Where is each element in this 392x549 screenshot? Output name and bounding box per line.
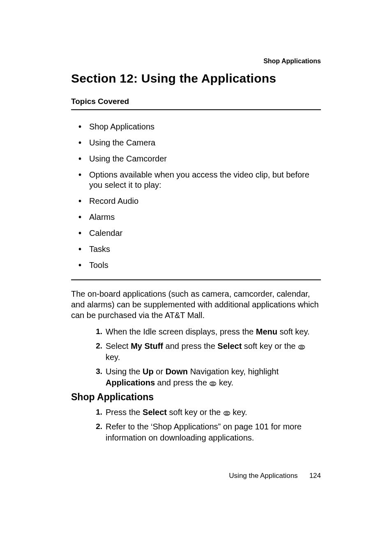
- svg-point-3: [212, 383, 214, 384]
- sub-heading: Shop Applications: [71, 392, 321, 403]
- intro-paragraph: The on-board applications (such as camer…: [71, 288, 321, 321]
- step-item: Using the Up or Down Navigation key, hig…: [106, 366, 321, 388]
- step-text: Using the: [106, 367, 143, 376]
- bold-label: Down: [166, 367, 188, 376]
- nav-key-icon: [209, 378, 217, 384]
- header-topic-label: Shop Applications: [71, 58, 321, 65]
- step-text: soft key or the: [167, 408, 223, 417]
- step-text: or: [154, 367, 166, 376]
- step-item: When the Idle screen displays, press the…: [106, 326, 321, 337]
- bold-label: My Stuff: [131, 341, 163, 351]
- bold-label: Select: [143, 408, 167, 417]
- divider-top: [71, 109, 321, 110]
- svg-point-1: [300, 346, 303, 348]
- nav-key-icon: [223, 408, 231, 413]
- nav-key-icon: [298, 341, 305, 347]
- main-steps: When the Idle screen displays, press the…: [71, 326, 321, 388]
- step-text: Refer to the ‘Shop Applications” on page…: [106, 422, 302, 442]
- list-item: Record Audio: [74, 196, 321, 206]
- svg-point-5: [226, 413, 228, 414]
- footer-chapter: Using the Applications: [229, 472, 297, 480]
- step-text: key.: [106, 353, 120, 362]
- list-item: Tasks: [74, 244, 321, 254]
- page-footer: Using the Applications124: [229, 472, 321, 480]
- section-title: Section 12: Using the Applications: [71, 72, 321, 85]
- list-item: Shop Applications: [74, 122, 321, 132]
- step-text: soft key.: [277, 327, 310, 336]
- list-item: Using the Camcorder: [74, 154, 321, 164]
- step-text: key.: [217, 378, 233, 387]
- bold-label: Up: [143, 367, 154, 376]
- divider-bottom: [71, 279, 321, 280]
- topics-covered-heading: Topics Covered: [71, 97, 321, 106]
- topics-list: Shop Applications Using the Camera Using…: [74, 122, 321, 270]
- list-item: Calendar: [74, 228, 321, 238]
- list-item: Using the Camera: [74, 138, 321, 148]
- step-item: Press the Select soft key or the key.: [106, 407, 321, 418]
- step-text: and press the: [155, 378, 209, 387]
- bold-label: Select: [217, 341, 242, 351]
- page: Shop Applications Section 12: Using the …: [0, 0, 392, 549]
- step-text: Select: [106, 341, 131, 351]
- step-text: key.: [231, 408, 247, 417]
- footer-page-number: 124: [309, 472, 321, 480]
- step-text: and press the: [163, 341, 217, 351]
- sub-steps: Press the Select soft key or the key. Re…: [71, 407, 321, 443]
- step-item: Select My Stuff and press the Select sof…: [106, 341, 321, 363]
- list-item: Tools: [74, 260, 321, 270]
- step-item: Refer to the ‘Shop Applications” on page…: [106, 421, 321, 443]
- list-item: Alarms: [74, 212, 321, 222]
- list-item: Options available when you access the vi…: [74, 170, 321, 190]
- bold-label: Menu: [256, 327, 277, 336]
- step-text: When the Idle screen displays, press the: [106, 327, 256, 336]
- bold-label: Applications: [106, 378, 155, 387]
- step-text: Navigation key, highlight: [188, 367, 279, 376]
- step-text: soft key or the: [242, 341, 298, 351]
- step-text: Press the: [106, 408, 143, 417]
